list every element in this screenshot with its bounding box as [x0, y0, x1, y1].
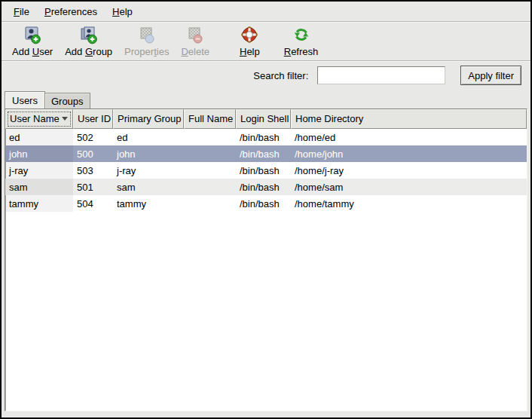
table-cell	[184, 145, 236, 162]
table-cell: /home/j-ray	[291, 162, 527, 179]
properties-icon	[137, 26, 157, 45]
column-header-home-directory[interactable]: Home Directory	[291, 109, 527, 129]
filter-row: Search filter: Apply filter	[2, 62, 530, 89]
table-row-john[interactable]: john500john/bin/bash/home/john	[5, 145, 527, 162]
table-cell: ed	[113, 129, 184, 145]
table-cell: ed	[5, 129, 73, 145]
properties-button: Properties	[118, 25, 175, 58]
table-cell: j-ray	[113, 162, 184, 179]
refresh-label: Refresh	[284, 46, 319, 57]
table-cell: tammy	[5, 195, 73, 212]
column-header-full-name[interactable]: Full Name	[184, 109, 236, 129]
sort-descending-icon	[62, 117, 68, 121]
table-cell: /home/tammy	[291, 195, 527, 212]
help-icon	[240, 26, 259, 45]
table-cell: /bin/bash	[236, 129, 291, 145]
delete-label: Delete	[181, 46, 209, 57]
table-cell: /home/sam	[291, 179, 527, 195]
table-cell: /bin/bash	[236, 145, 291, 162]
add-user-icon	[23, 26, 42, 45]
menubar: File Preferences Help	[2, 2, 530, 21]
menu-file[interactable]: File	[6, 4, 37, 20]
apply-filter-button[interactable]: Apply filter	[460, 66, 521, 85]
table-cell: j-ray	[5, 162, 73, 179]
table-cell: /bin/bash	[236, 179, 291, 195]
column-header-primary-group[interactable]: Primary Group	[113, 109, 184, 129]
properties-label: Properties	[124, 46, 169, 57]
add-group-label: Add Group	[65, 46, 112, 57]
column-header-user-id[interactable]: User ID	[73, 109, 113, 129]
help-button[interactable]: Help	[234, 25, 266, 58]
table-cell	[184, 162, 236, 179]
table-cell: tammy	[113, 195, 184, 212]
user-table-body: ed502ed/bin/bash/home/edjohn500john/bin/…	[5, 129, 527, 411]
refresh-button[interactable]: Refresh	[278, 25, 325, 58]
table-cell: john	[113, 145, 184, 162]
table-row-tammy[interactable]: tammy504tammy/bin/bash/home/tammy	[5, 195, 527, 212]
delete-icon	[185, 26, 205, 45]
table-cell: /home/john	[291, 145, 527, 162]
refresh-icon	[292, 26, 311, 45]
add-user-label: Add User	[12, 46, 53, 57]
delete-button: Delete	[175, 25, 216, 58]
notebook-tabs: Users Groups	[2, 89, 530, 109]
table-cell: 503	[73, 162, 113, 179]
tab-groups[interactable]: Groups	[45, 93, 90, 109]
table-cell: john	[5, 145, 73, 162]
table-cell: /home/ed	[291, 129, 527, 145]
table-cell: 501	[73, 179, 113, 195]
table-row-sam[interactable]: sam501sam/bin/bash/home/sam	[5, 179, 527, 195]
table-cell: sam	[113, 179, 184, 195]
table-row-ed[interactable]: ed502ed/bin/bash/home/ed	[5, 129, 527, 145]
table-cell: 502	[73, 129, 113, 145]
table-cell	[184, 195, 236, 212]
add-group-icon	[79, 26, 99, 45]
table-row-j-ray[interactable]: j-ray503j-ray/bin/bash/home/j-ray	[5, 162, 527, 179]
table-cell: sam	[5, 179, 73, 195]
table-cell: /bin/bash	[236, 195, 291, 212]
menu-help[interactable]: Help	[105, 4, 140, 20]
column-header-login-shell[interactable]: Login Shell	[236, 109, 291, 129]
search-filter-label: Search filter:	[253, 70, 308, 81]
toolbar: Add User Add Group	[2, 23, 530, 60]
column-header-user-name[interactable]: User Name	[5, 109, 73, 129]
menu-preferences[interactable]: Preferences	[37, 4, 105, 20]
user-table: User Name User ID Primary Group Full Nam…	[5, 109, 527, 411]
search-filter-input[interactable]	[317, 66, 445, 84]
table-cell: 500	[73, 145, 113, 162]
tab-users[interactable]: Users	[5, 91, 45, 109]
help-label: Help	[240, 46, 260, 57]
user-manager-window: File Preferences Help Add User	[0, 0, 532, 419]
table-cell: /bin/bash	[236, 162, 291, 179]
add-group-button[interactable]: Add Group	[59, 25, 118, 58]
table-cell: 504	[73, 195, 113, 212]
table-header-row: User Name User ID Primary Group Full Nam…	[5, 109, 527, 129]
table-cell	[184, 179, 236, 195]
add-user-button[interactable]: Add User	[6, 25, 59, 58]
table-cell	[184, 129, 236, 145]
